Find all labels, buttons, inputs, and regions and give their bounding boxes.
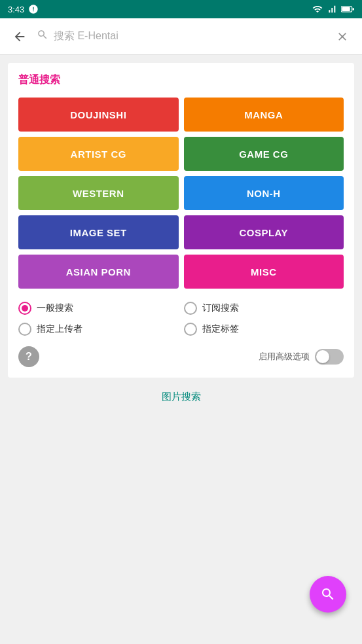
radio-item-general[interactable]: 一般搜索	[18, 302, 179, 315]
main-card: 普通搜索 DOUJINSHIMANGAARTIST CGGAME CGWESTE…	[8, 63, 354, 378]
radio-circle-general	[18, 302, 31, 315]
radio-label-subscription: 订阅搜索	[202, 302, 239, 314]
radio-item-uploader[interactable]: 指定上传者	[18, 323, 179, 336]
status-bar: 3:43	[0, 0, 362, 18]
category-btn-misc[interactable]: MISC	[184, 255, 344, 289]
search-bar: 搜索 E-Hentai	[0, 18, 362, 55]
image-search-link[interactable]: 图片搜索	[162, 391, 201, 402]
category-btn-non-h[interactable]: NON-H	[184, 176, 344, 210]
advanced-toggle-wrap: 启用高级选项	[259, 349, 344, 365]
svg-rect-1	[342, 7, 350, 11]
category-btn-asian-porn[interactable]: ASIAN PORN	[18, 255, 179, 289]
wifi-icon	[312, 4, 323, 14]
category-btn-cosplay[interactable]: COSPLAY	[184, 215, 344, 249]
radio-item-tags[interactable]: 指定标签	[184, 323, 344, 336]
radio-label-tags: 指定标签	[202, 323, 239, 335]
svg-rect-2	[353, 8, 355, 10]
back-button[interactable]	[8, 25, 31, 48]
status-time: 3:43	[8, 5, 24, 14]
category-btn-artist-cg[interactable]: ARTIST CG	[18, 137, 179, 171]
clear-button[interactable]	[331, 25, 354, 48]
search-icon	[37, 29, 48, 44]
fab-search-icon	[320, 586, 336, 602]
advanced-label: 启用高级选项	[259, 351, 310, 363]
radio-label-general: 一般搜索	[37, 302, 73, 314]
category-btn-western[interactable]: WESTERN	[18, 176, 179, 210]
radio-label-uploader: 指定上传者	[37, 323, 82, 335]
category-btn-image-set[interactable]: IMAGE SET	[18, 215, 179, 249]
signal-icon	[327, 4, 337, 14]
section-title: 普通搜索	[18, 73, 344, 87]
status-icons	[312, 4, 354, 14]
search-fab[interactable]	[310, 576, 346, 613]
toggle-knob	[316, 350, 329, 363]
radio-circle-uploader	[18, 323, 31, 336]
radio-item-subscription[interactable]: 订阅搜索	[184, 302, 344, 315]
advanced-toggle[interactable]	[315, 349, 344, 365]
category-btn-game-cg[interactable]: GAME CG	[184, 137, 344, 171]
category-btn-manga[interactable]: MANGA	[184, 98, 344, 132]
radio-circle-tags	[184, 323, 197, 336]
radio-options: 一般搜索订阅搜索指定上传者指定标签	[18, 302, 344, 336]
notification-icon	[28, 4, 39, 14]
battery-icon	[341, 5, 354, 13]
category-grid: DOUJINSHIMANGAARTIST CGGAME CGWESTERNNON…	[18, 98, 344, 289]
search-input[interactable]: 搜索 E-Hentai	[54, 29, 325, 43]
category-btn-doujinshi[interactable]: DOUJINSHI	[18, 98, 179, 132]
radio-circle-subscription	[184, 302, 197, 315]
help-button[interactable]: ?	[18, 346, 39, 367]
image-search-wrap: 图片搜索	[0, 391, 362, 403]
advanced-row: ? 启用高级选项	[18, 346, 344, 367]
